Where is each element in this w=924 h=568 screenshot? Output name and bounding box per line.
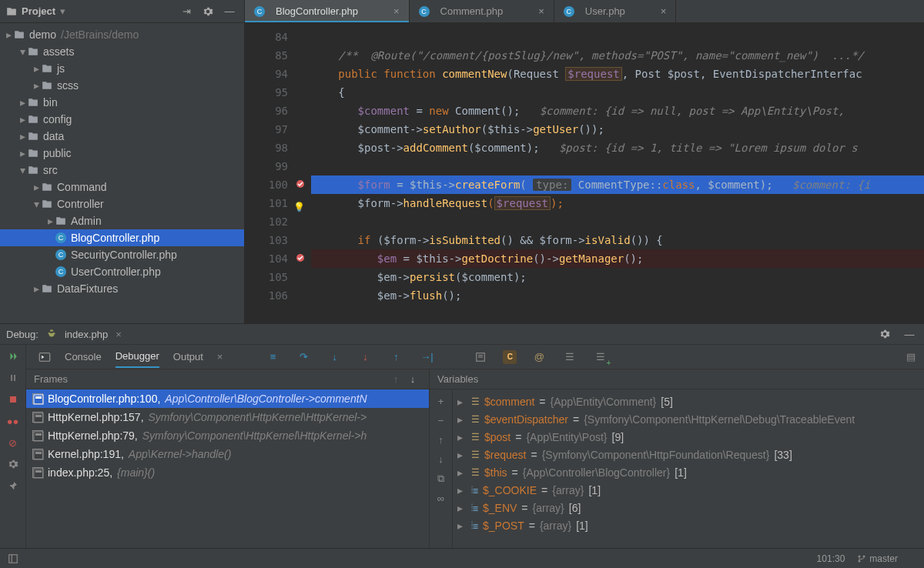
- mute-breakpoints-icon[interactable]: ⊘: [6, 436, 20, 449]
- variable-row[interactable]: ▸☰$eventDispatcher = {Symfony\Component\…: [453, 410, 924, 428]
- gear-icon[interactable]: [876, 326, 893, 342]
- minimize-icon[interactable]: —: [221, 3, 238, 20]
- breakpoint-icon[interactable]: [296, 179, 305, 189]
- caret-position[interactable]: 101:30: [817, 553, 845, 564]
- variable-row[interactable]: ▸⦙☰$_POST = {array} [1]: [453, 516, 924, 534]
- editor[interactable]: 8485949596979899100101💡102103104105106 /…: [245, 23, 924, 323]
- php-icon[interactable]: C: [503, 350, 517, 364]
- line-number[interactable]: 98: [245, 139, 311, 157]
- tree-file[interactable]: CBlogController.php: [0, 229, 244, 246]
- line-number[interactable]: 104: [245, 249, 311, 268]
- up-arrow-icon[interactable]: ↑: [387, 371, 404, 388]
- git-branch[interactable]: master: [857, 553, 898, 564]
- line-number[interactable]: 94: [245, 65, 311, 83]
- pause-icon[interactable]: [6, 371, 20, 385]
- expand-icon[interactable]: ▸: [457, 520, 467, 532]
- editor-gutter[interactable]: 8485949596979899100101💡102103104105106: [245, 23, 311, 323]
- line-number[interactable]: 100: [245, 175, 311, 194]
- step-over-icon[interactable]: ↷: [295, 349, 312, 366]
- tree-folder[interactable]: ▸config: [0, 111, 244, 128]
- add-watch-icon[interactable]: +: [438, 396, 444, 407]
- editor-tab[interactable]: CUser.php×: [554, 0, 677, 22]
- tab-debugger[interactable]: Debugger: [116, 346, 159, 368]
- glasses-icon[interactable]: ∞: [437, 493, 444, 504]
- down-icon[interactable]: ↓: [438, 453, 444, 465]
- line-number[interactable]: 102: [245, 212, 311, 231]
- line-number[interactable]: 101💡: [245, 194, 311, 212]
- editor-tab[interactable]: CBlogController.php×: [245, 0, 410, 22]
- close-icon[interactable]: ×: [661, 5, 667, 17]
- collapse-icon[interactable]: ⇥: [178, 3, 195, 20]
- tree-folder[interactable]: ▸bin: [0, 94, 244, 111]
- expand-icon[interactable]: ▸: [457, 502, 467, 514]
- expand-icon[interactable]: ▸: [457, 484, 467, 496]
- line-number[interactable]: 97: [245, 120, 311, 139]
- add-list-icon[interactable]: ☰+: [592, 349, 609, 366]
- variable-row[interactable]: ▸☰$request = {Symfony\Component\HttpFoun…: [453, 446, 924, 463]
- line-number[interactable]: 105: [245, 268, 311, 286]
- down-arrow-icon[interactable]: ↓: [404, 371, 421, 388]
- list-icon[interactable]: ☰: [561, 349, 578, 366]
- close-icon[interactable]: ×: [393, 5, 400, 17]
- line-number[interactable]: 103: [245, 231, 311, 249]
- stack-frame[interactable]: HttpKernel.php:157, Symfony\Component\Ht…: [26, 408, 429, 426]
- stack-frame[interactable]: Kernel.php:191, App\Kernel->handle(): [26, 445, 429, 463]
- console-output-icon[interactable]: [38, 351, 51, 363]
- expand-icon[interactable]: ▸: [457, 449, 467, 461]
- evaluate-expression-icon[interactable]: [472, 349, 489, 366]
- variable-row[interactable]: ▸☰$post = {App\Entity\Post} [9]: [453, 428, 924, 446]
- tree-folder[interactable]: ▸public: [0, 145, 244, 162]
- gear-icon[interactable]: [199, 3, 216, 20]
- expand-icon[interactable]: ▸: [457, 431, 467, 443]
- tree-file[interactable]: CSecurityController.php: [0, 246, 244, 263]
- minimize-icon[interactable]: —: [901, 326, 918, 342]
- debug-session-name[interactable]: index.php: [65, 329, 108, 340]
- dropdown-icon[interactable]: ▾: [60, 5, 65, 17]
- settings-icon[interactable]: [6, 457, 20, 471]
- remove-watch-icon[interactable]: −: [438, 415, 444, 426]
- stack-frame[interactable]: HttpKernel.php:79, Symfony\Component\Htt…: [26, 426, 429, 445]
- tree-folder[interactable]: ▾assets: [0, 43, 244, 60]
- variable-row[interactable]: ▸☰$this = {App\Controller\BlogController…: [453, 463, 924, 481]
- at-icon[interactable]: @: [531, 349, 547, 366]
- line-number[interactable]: 106: [245, 286, 311, 305]
- frames-list[interactable]: BlogController.php:100, App\Controller\B…: [26, 389, 429, 548]
- tree-folder[interactable]: ▸DataFixtures: [0, 280, 244, 297]
- copy-icon[interactable]: ⧉: [437, 473, 444, 485]
- pin-icon[interactable]: [6, 479, 20, 493]
- layout-icon[interactable]: ▤: [902, 349, 919, 366]
- project-title[interactable]: Project: [22, 5, 55, 17]
- tree-folder[interactable]: ▸demo/JetBrains/demo: [0, 26, 244, 43]
- tool-windows-icon[interactable]: [8, 553, 18, 564]
- stop-icon[interactable]: [6, 393, 20, 406]
- tab-console[interactable]: Console: [65, 346, 102, 367]
- breakpoint-icon[interactable]: [296, 253, 305, 262]
- tree-folder[interactable]: ▸Admin: [0, 212, 244, 229]
- tree-folder[interactable]: ▾Controller: [0, 195, 244, 212]
- show-execution-point-icon[interactable]: ≡: [264, 349, 281, 366]
- tree-file[interactable]: CUserController.php: [0, 263, 244, 280]
- tab-output[interactable]: Output: [173, 346, 203, 367]
- close-icon[interactable]: ×: [217, 351, 223, 363]
- editor-code[interactable]: /** @Route("/comment/{postSlug}/new", me…: [311, 23, 924, 323]
- run-to-cursor-icon[interactable]: →|: [418, 349, 435, 366]
- expand-icon[interactable]: ▸: [457, 396, 467, 408]
- project-tree[interactable]: ▸demo/JetBrains/demo▾assets▸js▸scss▸bin▸…: [0, 23, 244, 323]
- close-icon[interactable]: ×: [116, 329, 122, 340]
- expand-icon[interactable]: ▸: [457, 466, 467, 479]
- tree-folder[interactable]: ▾src: [0, 162, 244, 179]
- close-icon[interactable]: ×: [538, 5, 544, 17]
- view-breakpoints-icon[interactable]: ●●: [6, 414, 20, 428]
- stack-frame[interactable]: index.php:25, {main}(): [26, 463, 429, 482]
- tree-folder[interactable]: ▸scss: [0, 77, 244, 94]
- resume-icon[interactable]: [6, 349, 20, 363]
- up-icon[interactable]: ↑: [438, 434, 444, 446]
- force-step-into-icon[interactable]: ↓: [357, 349, 373, 366]
- step-into-icon[interactable]: ↓: [326, 349, 343, 366]
- expand-icon[interactable]: ▸: [457, 413, 467, 426]
- variable-row[interactable]: ▸⦙☰$_ENV = {array} [6]: [453, 499, 924, 516]
- variable-row[interactable]: ▸⦙☰$_COOKIE = {array} [1]: [453, 481, 924, 499]
- line-number[interactable]: 95: [245, 83, 311, 102]
- variables-list[interactable]: ▸☰$comment = {App\Entity\Comment} [5]▸☰$…: [453, 389, 924, 548]
- line-number[interactable]: 85: [245, 46, 311, 65]
